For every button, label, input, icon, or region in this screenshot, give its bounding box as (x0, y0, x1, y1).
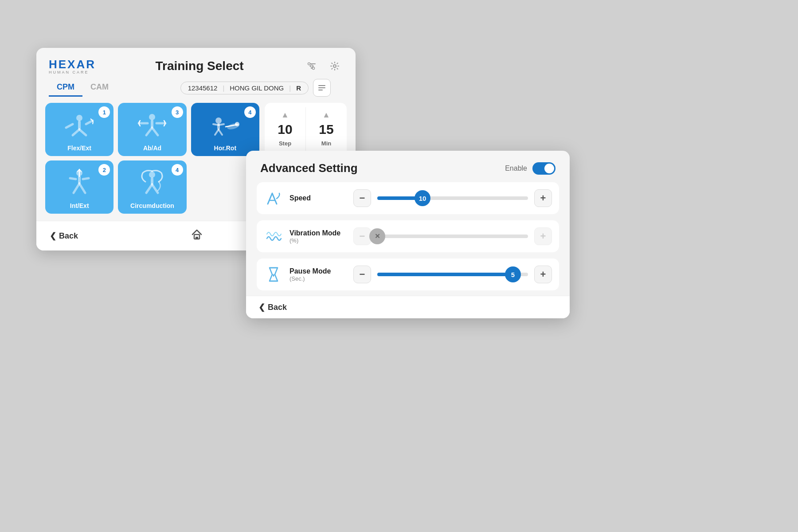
svg-rect-9 (318, 90, 323, 90)
advanced-setting-panel: Advanced Setting Enable Speed − 1 (246, 151, 570, 318)
patient-name: HONG GIL DONG (230, 84, 284, 92)
svg-rect-8 (318, 87, 325, 88)
panel-header: HEXAR HUMAN CARE Training Select (36, 48, 356, 79)
svg-line-33 (74, 184, 79, 193)
ab-ad-badge: 3 (172, 106, 183, 118)
circumduction-label: Circumduction (130, 202, 174, 209)
svg-point-3 (308, 63, 310, 65)
vibration-minus[interactable]: − (353, 227, 371, 245)
min-value: 15 (319, 123, 333, 136)
vibration-sub: (%) (289, 237, 347, 244)
slider-row-pause: Pause Mode (Sec.) − 5 + (257, 258, 559, 290)
slider-row-vibration: Vibration Mode (%) − ✕ + (257, 220, 559, 252)
row1-thumb: 10 (415, 190, 430, 206)
svg-point-10 (76, 115, 82, 121)
ab-ad-icon (137, 111, 168, 142)
svg-line-25 (219, 129, 222, 135)
svg-line-19 (152, 128, 158, 135)
svg-point-16 (149, 114, 155, 120)
filter-icon-button[interactable] (303, 58, 320, 74)
min-unit: Min (321, 140, 331, 147)
row1-label: Speed (289, 194, 347, 202)
svg-line-13 (79, 129, 86, 135)
advanced-body: Speed − 10 + Vibration Mode (%) − (246, 182, 570, 296)
row1-main: Speed (289, 194, 347, 202)
svg-point-5 (313, 67, 315, 70)
circumduction-icon (137, 168, 168, 200)
svg-rect-7 (318, 85, 325, 86)
row1-plus[interactable]: + (534, 189, 552, 207)
vibration-track[interactable]: ✕ (377, 235, 528, 238)
advanced-header: Advanced Setting Enable (246, 151, 570, 182)
patient-list-button[interactable] (313, 79, 331, 97)
svg-line-12 (73, 129, 79, 135)
flex-ext-label: Flex/Ext (67, 145, 91, 152)
enable-toggle[interactable] (532, 162, 555, 175)
pause-label: Pause Mode (Sec.) (289, 267, 347, 282)
pause-icon (264, 265, 283, 284)
row1-track[interactable]: 10 (377, 196, 528, 200)
divider2: | (289, 84, 291, 92)
enable-label: Enable (505, 164, 527, 172)
adv-back-chevron: ❮ (258, 302, 265, 312)
pause-plus[interactable]: + (534, 266, 552, 283)
step-up-button[interactable]: ▲ (281, 111, 289, 119)
patient-id: 12345612 (188, 84, 218, 92)
row1-minus[interactable]: − (353, 189, 371, 207)
exercise-hor-rot[interactable]: 4 (191, 103, 259, 156)
svg-line-40 (152, 184, 158, 193)
slider-row-1: Speed − 10 + (257, 182, 559, 214)
vibration-icon (264, 227, 283, 246)
min-up-button[interactable]: ▲ (322, 111, 330, 119)
exercise-int-ext[interactable]: 2 Int/Ext (45, 160, 113, 214)
back-label: Back (59, 231, 78, 241)
back-button[interactable]: ❮ Back (50, 231, 78, 241)
exercise-circumduction[interactable]: 4 Circumduction (118, 160, 186, 214)
svg-line-15 (86, 121, 93, 124)
pause-sub: (Sec.) (289, 275, 347, 282)
vibration-label: Vibration Mode (%) (289, 229, 347, 244)
advanced-title: Advanced Setting (260, 161, 358, 175)
vibration-plus[interactable]: + (534, 227, 552, 245)
home-button[interactable] (191, 228, 203, 243)
svg-line-39 (146, 184, 152, 193)
vibration-main: Vibration Mode (289, 229, 347, 237)
exercise-flex-ext[interactable]: 1 Flex/Ext (45, 103, 113, 156)
hor-rot-icon (210, 111, 241, 142)
hor-rot-badge: 4 (244, 106, 256, 118)
ab-ad-label: Ab/Ad (143, 145, 161, 152)
pause-main: Pause Mode (289, 267, 347, 275)
row1-icon (264, 188, 283, 208)
svg-line-35 (70, 178, 76, 179)
logo-area: HEXAR HUMAN CARE (49, 58, 96, 74)
exercise-ab-ad[interactable]: 3 Ab/Ad (118, 103, 186, 156)
step-unit: Step (279, 140, 291, 147)
tabs-patient-row: CPM CAM 12345612 | HONG GIL DONG | R (36, 79, 356, 97)
divider1: | (223, 84, 224, 92)
exercise-grid: 1 Flex/Ext 3 (45, 103, 259, 214)
int-ext-icon (64, 168, 95, 200)
flex-ext-badge: 1 (98, 106, 110, 118)
advanced-back-button[interactable]: ❮ Back (258, 302, 287, 312)
back-chevron: ❮ (50, 231, 56, 241)
int-ext-badge: 2 (98, 164, 110, 176)
svg-point-6 (333, 65, 336, 67)
tab-cam[interactable]: CAM (82, 79, 117, 97)
svg-point-4 (311, 65, 313, 67)
pause-thumb: 5 (505, 266, 521, 282)
svg-rect-11 (78, 121, 81, 129)
svg-point-22 (215, 117, 222, 124)
page-title: Training Select (96, 59, 303, 73)
settings-icon-button[interactable] (326, 58, 343, 74)
adv-back-label: Back (268, 303, 287, 312)
pause-track[interactable]: 5 (377, 273, 528, 276)
logo-hexar: HEXAR (49, 58, 96, 71)
svg-line-14 (66, 124, 73, 128)
int-ext-label: Int/Ext (70, 202, 89, 209)
svg-rect-42 (196, 237, 198, 239)
svg-line-27 (219, 124, 224, 125)
patient-bar: 12345612 | HONG GIL DONG | R (180, 79, 343, 97)
pause-minus[interactable]: − (353, 266, 371, 283)
tab-cpm[interactable]: CPM (49, 79, 82, 97)
header-icons (303, 58, 343, 74)
